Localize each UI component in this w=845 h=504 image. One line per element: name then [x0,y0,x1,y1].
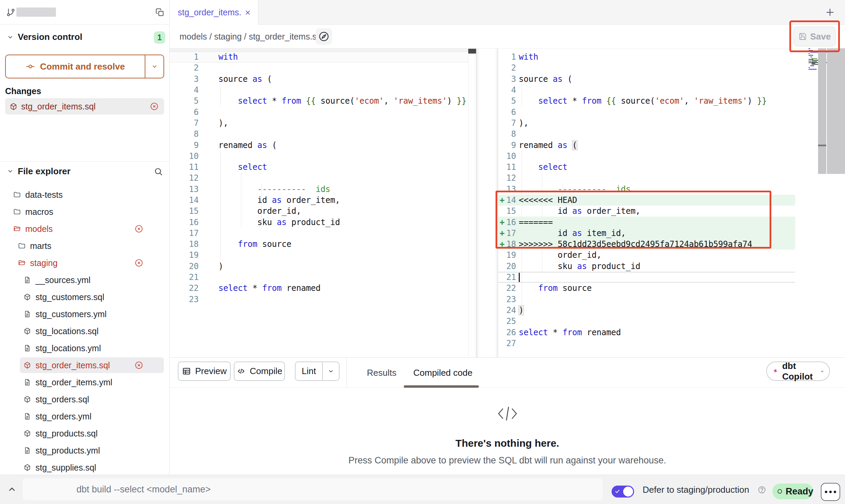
code-line-11[interactable]: 11 select [498,162,795,173]
compile-button[interactable]: Compile [234,361,285,381]
code-line-12[interactable]: 12 [170,173,468,183]
code-line-21[interactable]: 21 [498,272,795,283]
code-line-5[interactable]: 5 select * from {{ source('ecom', 'raw_i… [498,95,795,106]
editor-scrollbar-thumb[interactable] [827,48,845,174]
file-item-stg_products.sql[interactable]: stg_products.sql [0,425,169,442]
conflict-x-circle-icon[interactable] [134,258,143,267]
code-line-13[interactable]: 13 ---------- ids [170,184,468,195]
code-line-14[interactable]: 14 id as order_item, [170,195,468,206]
defer-toggle[interactable] [612,486,634,498]
command-input[interactable]: dbt build --select <model_name> [23,478,603,500]
code-line-1[interactable]: 1with [498,51,795,62]
code-line-6[interactable]: 6 [170,106,468,117]
help-icon[interactable] [758,486,766,494]
chevron-down-icon[interactable] [7,34,14,41]
code-line-22[interactable]: 22 from source [498,283,795,294]
code-line-4[interactable]: 4 [498,85,795,95]
code-line-2[interactable]: 2 [498,62,795,73]
code-line-8[interactable]: 8 [170,129,468,139]
left-pane-scrollbar[interactable] [468,48,476,358]
code-line-13[interactable]: 13 ---------- ids [498,184,795,195]
commit-and-resolve-button[interactable]: Commit and resolve [5,55,164,78]
file-item-stg_orders.sql[interactable]: stg_orders.sql [0,391,169,408]
code-line-16[interactable]: 16 sku as product_id [170,217,468,227]
preview-button[interactable]: Preview [178,361,231,381]
file-item-stg_locations.yml[interactable]: stg_locations.yml [0,340,169,357]
code-line-19[interactable]: 19 [170,250,468,261]
file-item-__sources.yml[interactable]: __sources.yml [0,271,169,288]
more-options-button[interactable] [821,483,840,501]
code-line-25[interactable]: 25 [498,316,795,327]
code-line-15[interactable]: 15 id as order_item, [498,206,795,217]
code-line-27[interactable]: 27 [498,338,795,349]
file-item-stg_orders.yml[interactable]: stg_orders.yml [0,408,169,425]
code-line-16[interactable]: +16======= [498,217,795,227]
code-line-24[interactable]: 24) [498,305,795,316]
code-line-12[interactable]: 12 [498,173,795,183]
close-icon[interactable] [244,9,252,16]
code-line-17[interactable]: +17 id as item_id, [498,228,795,239]
file-item-models[interactable]: models [0,220,169,237]
code-line-4[interactable]: 4 [170,85,468,95]
lint-button[interactable]: Lint [295,361,340,381]
code-line-21[interactable]: 21 [170,272,468,283]
code-line-11[interactable]: 11 select [170,162,468,173]
editor-pane-current[interactable]: 1with23source as (45 select * from {{ so… [498,51,795,349]
conflict-x-circle-icon[interactable] [150,102,159,111]
file-item-stg_order_items.sql[interactable]: stg_order_items.sql [0,357,169,374]
dbt-copilot-button[interactable]: dbt Copilot [766,361,830,381]
code-line-6[interactable]: 6 [498,106,795,117]
file-item-stg_customers.sql[interactable]: stg_customers.sql [0,288,169,306]
code-line-2[interactable]: 2 [170,62,468,73]
code-line-9[interactable]: 9renamed as ( [170,139,468,150]
copy-icon[interactable] [155,8,164,17]
code-line-8[interactable]: 8 [498,129,795,139]
code-line-3[interactable]: 3source as ( [170,74,468,85]
tab-results[interactable]: Results [367,358,397,388]
conflict-x-circle-icon[interactable] [134,224,143,233]
code-line-10[interactable]: 10 [170,151,468,162]
code-line-3[interactable]: 3source as ( [498,74,795,85]
file-item-staging[interactable]: staging [0,254,169,271]
file-item-data-tests[interactable]: data-tests [0,186,169,203]
lineage-compass-button[interactable] [316,28,332,45]
file-item-stg_customers.yml[interactable]: stg_customers.yml [0,306,169,323]
code-line-26[interactable]: 26select * from renamed [498,327,795,338]
code-line-1[interactable]: 1with [170,51,468,62]
tab-stg-order-items[interactable]: stg_order_items.sql (last c... [170,0,258,25]
code-line-18[interactable]: 18 from source [170,239,468,250]
file-item-macros[interactable]: macros [0,203,169,220]
code-line-9[interactable]: 9renamed as ( [498,139,795,150]
code-line-22[interactable]: 22select * from renamed [170,283,468,294]
code-line-20[interactable]: 20) [170,261,468,272]
conflict-x-circle-icon[interactable] [134,361,143,370]
code-line-7[interactable]: 7), [170,118,468,129]
left-pane-scrollbar-thumb[interactable] [468,49,476,54]
editor-pane-original[interactable]: 1with23source as (45 select * from {{ so… [170,51,468,305]
new-tab-plus-icon[interactable] [825,7,835,17]
code-line-14[interactable]: +14<<<<<<< HEAD [498,195,795,206]
pane-divider[interactable] [476,48,498,358]
code-line-5[interactable]: 5 select * from {{ source('ecom', 'raw_i… [170,95,468,106]
code-line-23[interactable]: 23 [170,294,468,305]
file-item-marts[interactable]: marts [0,237,169,254]
changed-file-row[interactable]: stg_order_items.sql [5,98,164,115]
commit-options-dropdown[interactable] [145,55,163,78]
save-button[interactable]: Save [793,27,836,46]
chevron-down-icon[interactable] [7,168,14,175]
lint-options-dropdown[interactable] [322,362,339,380]
minimap-slider[interactable] [818,48,826,174]
tab-compiled-code[interactable]: Compiled code [413,358,472,388]
code-line-15[interactable]: 15 order_id, [170,206,468,217]
code-line-23[interactable]: 23 [498,294,795,305]
file-item-stg_locations.sql[interactable]: stg_locations.sql [0,323,169,340]
code-line-7[interactable]: 7), [498,118,795,129]
code-line-19[interactable]: 19 order_id, [498,250,795,261]
file-item-stg_order_items.yml[interactable]: stg_order_items.yml [0,374,169,391]
code-line-10[interactable]: 10 [498,151,795,162]
search-icon[interactable] [154,167,163,176]
code-line-18[interactable]: +18>>>>>>> 58c1dd23d5eebd9cd2495fa7124ab… [498,239,795,250]
file-item-stg_supplies.sql[interactable]: stg_supplies.sql [0,459,169,476]
code-line-17[interactable]: 17 [170,228,468,239]
code-line-20[interactable]: 20 sku as product_id [498,261,795,272]
